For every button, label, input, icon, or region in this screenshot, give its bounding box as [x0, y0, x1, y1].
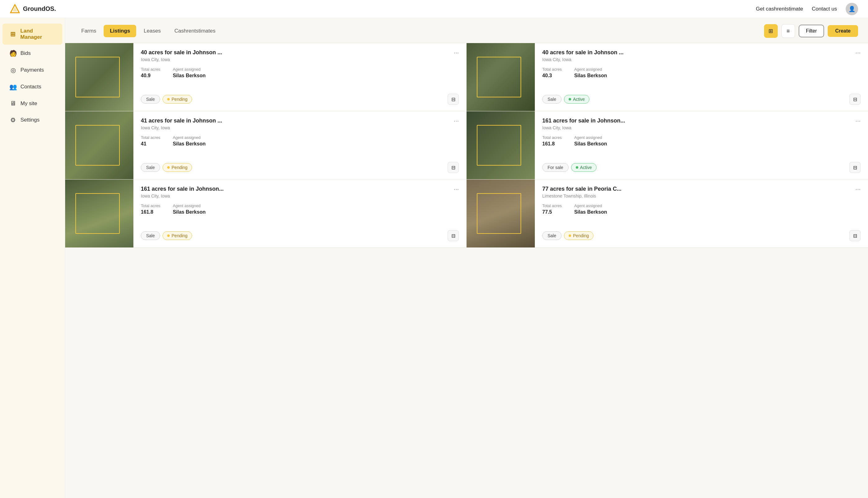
agent-value: Silas Berkson [173, 73, 206, 78]
main-content: Farms Listings Leases Cashrentstimates ⊞… [65, 18, 868, 498]
listing-meta: Total acres 41 Agent assigned Silas Berk… [141, 135, 459, 147]
listing-type-badge: For sale [542, 163, 569, 172]
tab-farms[interactable]: Farms [75, 25, 102, 37]
options-icon: ⊟ [853, 165, 857, 171]
listing-options-button[interactable]: ⊟ [448, 94, 459, 105]
listing-title-row: 41 acres for sale in Johnson ... ··· [141, 118, 459, 124]
listing-footer: For sale Active ⊟ [542, 162, 860, 173]
tab-leases[interactable]: Leases [138, 25, 167, 37]
listing-more-button[interactable]: ··· [454, 49, 459, 55]
filter-button[interactable]: Filter [799, 25, 824, 37]
listing-more-button[interactable]: ··· [855, 186, 860, 192]
sidebar-item-label: Contacts [21, 84, 41, 90]
listing-type-badge: Sale [141, 95, 160, 104]
options-icon: ⊟ [853, 233, 857, 239]
listing-options-button[interactable]: ⊟ [850, 230, 860, 241]
listing-card: 40 acres for sale in Johnson ... ··· Iow… [467, 43, 868, 111]
listing-card: 41 acres for sale in Johnson ... ··· Iow… [65, 111, 467, 180]
listing-boundary [477, 57, 521, 97]
options-icon: ⊟ [853, 96, 857, 102]
listing-boundary [75, 193, 120, 234]
listing-map [467, 43, 535, 111]
listing-location: Limestone Township, Illinois [542, 194, 860, 198]
logo[interactable]: GroundOS. [10, 4, 56, 14]
listing-footer: Sale Pending ⊟ [141, 230, 459, 241]
badge-row: Sale Pending [141, 231, 192, 240]
listing-more-button[interactable]: ··· [454, 118, 459, 124]
listing-type-badge: Sale [542, 95, 561, 104]
status-dot [569, 234, 571, 237]
acres-value: 40.3 [542, 73, 562, 78]
listing-location: Iowa City, Iowa [542, 125, 860, 130]
listing-card: 77 acres for sale in Peoria C... ··· Lim… [467, 180, 868, 248]
listing-title: 77 acres for sale in Peoria C... [542, 186, 621, 192]
list-view-button[interactable]: ≡ [781, 24, 795, 38]
create-button[interactable]: Create [828, 25, 858, 37]
listing-type-badge: Sale [141, 231, 160, 240]
sidebar-item-land-manager[interactable]: ⊞ Land Manager [2, 24, 62, 45]
agent-value: Silas Berkson [574, 73, 607, 78]
listing-options-button[interactable]: ⊟ [448, 230, 459, 241]
listing-options-button[interactable]: ⊟ [448, 162, 459, 173]
agent-label: Agent assigned [173, 204, 206, 208]
acres-label: Total acres [542, 67, 562, 71]
agent-meta: Agent assigned Silas Berkson [574, 135, 607, 147]
listing-title: 40 acres for sale in Johnson ... [542, 49, 624, 56]
status-dot [167, 166, 170, 169]
listing-more-button[interactable]: ··· [454, 186, 459, 192]
sidebar-item-settings[interactable]: ⚙ Settings [2, 112, 62, 128]
my-site-icon: 🖥 [9, 100, 17, 107]
listing-body: 161 acres for sale in Johnson... ··· Iow… [535, 111, 868, 179]
listing-image [467, 180, 535, 247]
payments-icon: ◎ [9, 66, 17, 74]
listing-options-button[interactable]: ⊟ [850, 94, 860, 105]
acres-meta: Total acres 161.8 [542, 135, 562, 147]
sidebar-item-my-site[interactable]: 🖥 My site [2, 95, 62, 111]
topnav: GroundOS. Get cashrentstimate Contact us… [0, 0, 868, 18]
sidebar-item-label: Land Manager [21, 28, 55, 40]
tab-listings[interactable]: Listings [104, 25, 136, 37]
listing-title-row: 77 acres for sale in Peoria C... ··· [542, 186, 860, 192]
listing-location: Iowa City, Iowa [141, 125, 459, 130]
listing-card: 161 acres for sale in Johnson... ··· Iow… [467, 111, 868, 180]
agent-meta: Agent assigned Silas Berkson [173, 67, 206, 78]
listing-card: 40 acres for sale in Johnson ... ··· Iow… [65, 43, 467, 111]
listing-image [467, 43, 535, 111]
listing-meta: Total acres 40.3 Agent assigned Silas Be… [542, 67, 860, 78]
listing-location: Iowa City, Iowa [542, 57, 860, 62]
status-badge: Active [564, 95, 590, 104]
listing-location: Iowa City, Iowa [141, 194, 459, 198]
sidebar-item-payments[interactable]: ◎ Payments [2, 62, 62, 78]
sidebar-item-bids[interactable]: 🧑 Bids [2, 45, 62, 62]
options-icon: ⊟ [451, 165, 455, 171]
land-manager-icon: ⊞ [9, 30, 17, 38]
acres-meta: Total acres 77.5 [542, 204, 562, 215]
grid-view-button[interactable]: ⊞ [764, 24, 778, 38]
listing-image [65, 111, 133, 179]
bids-icon: 🧑 [9, 50, 17, 57]
listing-title-row: 40 acres for sale in Johnson ... ··· [542, 49, 860, 56]
listing-map [65, 111, 133, 179]
sidebar-item-contacts[interactable]: 👥 Contacts [2, 79, 62, 95]
acres-value: 41 [141, 141, 160, 147]
listing-more-button[interactable]: ··· [855, 49, 860, 55]
listing-title-row: 161 acres for sale in Johnson... ··· [542, 118, 860, 124]
agent-value: Silas Berkson [574, 141, 607, 147]
listing-title: 161 acres for sale in Johnson... [141, 186, 224, 192]
contact-link[interactable]: Contact us [812, 6, 837, 12]
status-dot [576, 166, 578, 169]
logo-text: GroundOS. [23, 5, 56, 12]
listing-more-button[interactable]: ··· [855, 118, 860, 124]
grid-icon: ⊞ [768, 28, 773, 35]
listing-map [65, 180, 133, 247]
user-avatar[interactable]: 👤 [846, 3, 858, 15]
listing-options-button[interactable]: ⊟ [850, 162, 860, 173]
tab-cashrentestimates[interactable]: Cashrentstimates [168, 25, 221, 37]
settings-icon: ⚙ [9, 116, 17, 124]
acres-meta: Total acres 41 [141, 135, 160, 147]
cashrent-link[interactable]: Get cashrentstimate [756, 6, 803, 12]
listing-boundary [477, 193, 521, 234]
options-icon: ⊟ [451, 96, 455, 102]
status-badge: Pending [564, 231, 594, 240]
listings-grid: 40 acres for sale in Johnson ... ··· Iow… [65, 43, 868, 248]
